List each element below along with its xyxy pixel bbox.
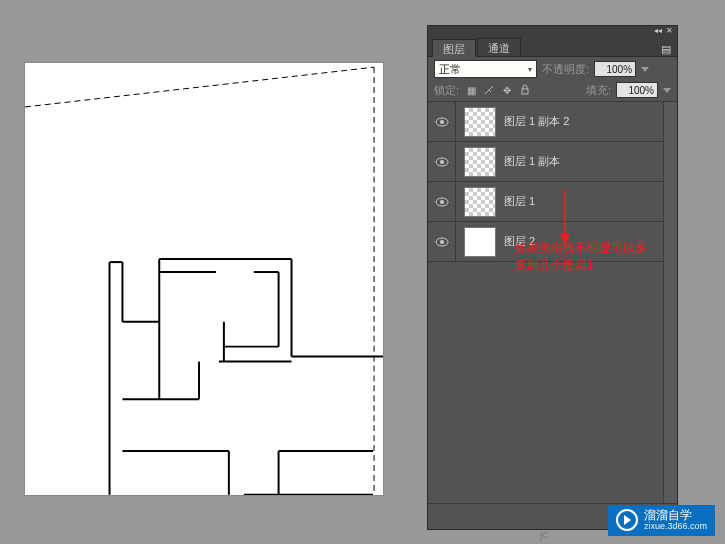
visibility-toggle[interactable] bbox=[428, 142, 456, 181]
svg-point-30 bbox=[440, 200, 444, 204]
layer-name[interactable]: 图层 1 副本 2 bbox=[504, 114, 569, 129]
visibility-toggle[interactable] bbox=[428, 182, 456, 221]
panel-titlebar: ◂◂ ✕ bbox=[428, 26, 677, 36]
eye-icon bbox=[435, 117, 449, 127]
footer-caption: jc bbox=[540, 528, 548, 540]
panel-menu-icon[interactable]: ▤ bbox=[659, 43, 677, 56]
document-canvas[interactable] bbox=[24, 62, 384, 496]
scrollbar[interactable] bbox=[663, 102, 677, 503]
opacity-stepper-icon[interactable] bbox=[641, 67, 649, 72]
tab-channels[interactable]: 通道 bbox=[477, 38, 521, 56]
layer-thumbnail[interactable] bbox=[464, 227, 496, 257]
visibility-toggle[interactable] bbox=[428, 102, 456, 141]
play-icon bbox=[616, 509, 638, 531]
lock-buttons: ▦ ✥ bbox=[464, 83, 532, 97]
layer-thumbnail[interactable] bbox=[464, 147, 496, 177]
fill-stepper-icon[interactable] bbox=[663, 88, 671, 93]
lock-pixels-icon[interactable] bbox=[482, 83, 496, 97]
visibility-toggle[interactable] bbox=[428, 222, 456, 261]
panel-tabs: 图层 通道 ▤ bbox=[428, 36, 677, 57]
lock-all-icon[interactable] bbox=[518, 83, 532, 97]
floorplan-drawing bbox=[25, 63, 383, 495]
svg-point-32 bbox=[440, 240, 444, 244]
fill-input[interactable]: 100% bbox=[616, 82, 658, 98]
layer-thumbnail[interactable] bbox=[464, 107, 496, 137]
svg-point-28 bbox=[440, 160, 444, 164]
collapse-icon[interactable]: ◂◂ bbox=[654, 27, 662, 35]
opacity-label: 不透明度: bbox=[542, 62, 589, 77]
blend-mode-value: 正常 bbox=[439, 62, 461, 77]
opacity-input[interactable]: 100% bbox=[594, 61, 636, 77]
eye-icon bbox=[435, 197, 449, 207]
tab-layers[interactable]: 图层 bbox=[432, 39, 476, 57]
layer-controls: 正常 ▾ 不透明度: 100% 锁定: ▦ ✥ 填充: 100% bbox=[428, 57, 677, 102]
lock-transparent-icon[interactable]: ▦ bbox=[464, 83, 478, 97]
watermark-sub: zixue.3d66.com bbox=[644, 522, 707, 532]
layer-row[interactable]: 图层 2 bbox=[428, 222, 663, 262]
chevron-down-icon: ▾ bbox=[528, 65, 532, 74]
lock-label: 锁定: bbox=[434, 83, 459, 98]
layers-list: 图层 1 副本 2 图层 1 副本 图层 1 图层 2 bbox=[428, 102, 677, 503]
layers-panel: ◂◂ ✕ 图层 通道 ▤ 正常 ▾ 不透明度: 100% 锁定: ▦ ✥ bbox=[427, 25, 678, 530]
layer-name[interactable]: 图层 1 bbox=[504, 194, 535, 209]
close-icon[interactable]: ✕ bbox=[666, 27, 673, 35]
layer-name[interactable]: 图层 2 bbox=[504, 234, 535, 249]
blend-mode-select[interactable]: 正常 ▾ bbox=[434, 60, 537, 78]
fill-label: 填充: bbox=[586, 83, 611, 98]
svg-rect-24 bbox=[522, 89, 528, 94]
layer-row[interactable]: 图层 1 副本 2 bbox=[428, 102, 663, 142]
watermark-badge: 溜溜自学 zixue.3d66.com bbox=[608, 505, 715, 536]
layer-row[interactable]: 图层 1 bbox=[428, 182, 663, 222]
layer-row[interactable]: 图层 1 副本 bbox=[428, 142, 663, 182]
svg-point-26 bbox=[440, 120, 444, 124]
eye-icon bbox=[435, 237, 449, 247]
lock-position-icon[interactable]: ✥ bbox=[500, 83, 514, 97]
eye-icon bbox=[435, 157, 449, 167]
layer-thumbnail[interactable] bbox=[464, 187, 496, 217]
layer-name[interactable]: 图层 1 副本 bbox=[504, 154, 560, 169]
svg-line-0 bbox=[25, 67, 374, 107]
